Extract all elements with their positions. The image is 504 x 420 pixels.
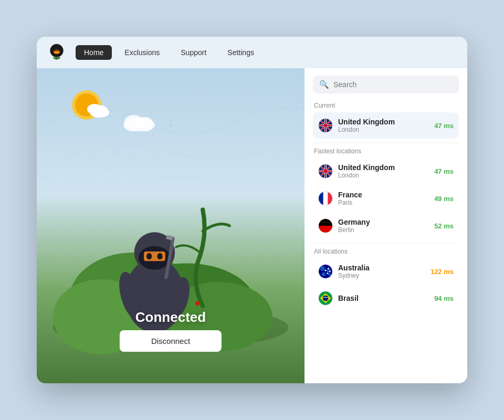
divider-2 bbox=[313, 243, 459, 244]
current-city: London bbox=[338, 126, 429, 133]
svg-point-41 bbox=[322, 272, 326, 276]
nav-bar: Home Exclusions Support Settings bbox=[37, 37, 467, 68]
current-latency: 47 ms bbox=[434, 122, 454, 130]
svg-point-28 bbox=[146, 253, 152, 259]
svg-point-44 bbox=[329, 271, 331, 272]
australia-flag bbox=[318, 264, 333, 279]
france-flag bbox=[318, 191, 333, 206]
svg-point-39 bbox=[320, 266, 325, 271]
nav-home[interactable]: Home bbox=[76, 45, 112, 60]
svg-point-29 bbox=[158, 253, 163, 259]
current-country: United Kingdom bbox=[338, 118, 429, 126]
fastest-germany-city: Berlin bbox=[338, 226, 429, 234]
fastest-germany-country: Germany bbox=[338, 218, 429, 226]
all-location-australia[interactable]: Australia Sydney 122 ms bbox=[313, 258, 459, 285]
all-section-label: All locations bbox=[313, 248, 459, 255]
fastest-location-germany[interactable]: Germany Berlin 52 ms bbox=[313, 213, 459, 239]
nav-settings[interactable]: Settings bbox=[219, 45, 262, 60]
current-location-info: United Kingdom London bbox=[338, 118, 429, 133]
svg-point-45 bbox=[327, 272, 328, 274]
all-location-brasil[interactable]: Brasil 94 ms bbox=[313, 286, 459, 311]
fastest-location-uk[interactable]: United Kingdom London 47 ms bbox=[313, 158, 459, 184]
uk-flag-current bbox=[318, 118, 333, 133]
fastest-france-country: France bbox=[338, 191, 429, 199]
svg-point-23 bbox=[195, 301, 200, 306]
nav-exclusions[interactable]: Exclusions bbox=[116, 45, 168, 60]
disconnect-button[interactable]: Disconnect bbox=[120, 330, 222, 352]
all-brasil-info: Brasil bbox=[338, 294, 429, 302]
current-location-item[interactable]: United Kingdom London 47 ms bbox=[313, 112, 459, 139]
search-icon: 🔍 bbox=[319, 80, 329, 89]
germany-flag bbox=[318, 218, 333, 233]
search-bar[interactable]: 🔍 bbox=[313, 76, 459, 93]
logo bbox=[47, 43, 66, 62]
fastest-france-info: France Paris bbox=[338, 191, 429, 206]
app-window: Home Exclusions Support Settings bbox=[37, 37, 467, 383]
svg-rect-3 bbox=[55, 50, 59, 51]
fastest-uk-ms: 47 ms bbox=[434, 167, 454, 175]
connection-status: Connected bbox=[135, 309, 206, 326]
search-input[interactable] bbox=[333, 80, 453, 89]
all-australia-info: Australia Sydney bbox=[338, 264, 425, 279]
all-australia-city: Sydney bbox=[338, 272, 425, 279]
fastest-germany-info: Germany Berlin bbox=[338, 218, 429, 234]
right-panel: 🔍 Current bbox=[304, 68, 467, 383]
svg-point-49 bbox=[322, 295, 328, 301]
divider-1 bbox=[313, 143, 459, 143]
svg-point-4 bbox=[55, 57, 58, 59]
main-content: Connected Disconnect 🔍 Current bbox=[37, 68, 467, 383]
all-australia-ms: 122 ms bbox=[430, 268, 454, 276]
fastest-uk-info: United Kingdom London bbox=[338, 163, 429, 179]
fastest-uk-city: London bbox=[338, 172, 429, 179]
brasil-flag bbox=[318, 291, 333, 306]
current-section-label: Current bbox=[313, 102, 459, 109]
all-brasil-ms: 94 ms bbox=[434, 295, 454, 302]
fastest-location-france[interactable]: France Paris 49 ms bbox=[313, 185, 459, 212]
svg-point-43 bbox=[328, 268, 329, 269]
all-brasil-country: Brasil bbox=[338, 294, 429, 302]
fastest-section-label: Fastest locations bbox=[313, 148, 459, 155]
svg-point-46 bbox=[325, 270, 327, 271]
fastest-france-ms: 49 ms bbox=[434, 195, 454, 203]
left-panel: Connected Disconnect bbox=[37, 68, 304, 383]
fastest-germany-ms: 52 ms bbox=[434, 222, 454, 230]
svg-point-42 bbox=[328, 273, 331, 276]
location-list: 🔍 Current bbox=[304, 68, 467, 383]
fastest-uk-country: United Kingdom bbox=[338, 163, 429, 172]
all-australia-country: Australia bbox=[338, 264, 425, 272]
nav-support[interactable]: Support bbox=[172, 45, 215, 60]
uk-flag-fast bbox=[318, 164, 333, 178]
fastest-france-city: Paris bbox=[338, 199, 429, 206]
